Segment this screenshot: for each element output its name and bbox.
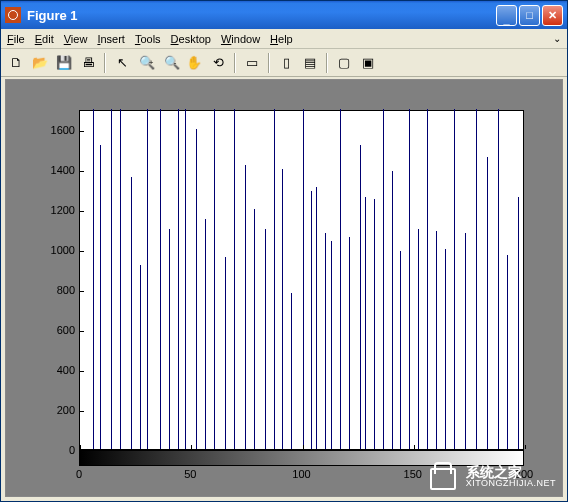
stem [234,109,235,449]
stem [111,109,112,449]
menu-overflow-icon[interactable]: ⌄ [553,33,561,44]
stem [325,233,326,449]
stem [214,109,215,449]
zoom-in-button[interactable]: 🔍+ [135,52,157,74]
lock-icon [426,462,460,490]
y-tick-label: 600 [45,324,75,336]
figure-window: Figure 1 _ □ ✕ File Edit View Insert Too… [0,0,568,502]
y-tick-label: 1000 [45,244,75,256]
insert-colorbar-button[interactable]: ▯ [275,52,297,74]
stem [498,109,499,449]
toolbar-separator [268,53,270,73]
stem [169,229,170,449]
data-cursor-button[interactable]: ▭ [241,52,263,74]
matlab-figure-icon [5,7,21,23]
stem [360,145,361,449]
stem [392,171,393,449]
stem [140,265,141,449]
menu-file[interactable]: File [7,33,25,45]
y-tick-label: 1400 [45,164,75,176]
y-tick-label: 800 [45,284,75,296]
x-tick-label: 0 [76,468,82,480]
rotate-3d-button[interactable]: ⟲ [207,52,229,74]
y-tick-label: 1200 [45,204,75,216]
toolbar: 🗋 📂 💾 🖶 ↖ 🔍+ 🔍- ✋ ⟲ ▭ ▯ ▤ ▢ ▣ [1,49,567,77]
watermark-text-cn: 系统之家 [466,465,556,479]
stem [465,233,466,449]
stem [331,241,332,449]
watermark-text-en: XITONGZHIJIA.NET [466,479,556,488]
stem [147,109,148,449]
stem [131,177,132,449]
x-tick-label: 150 [404,468,422,480]
stem [383,109,384,449]
stem [311,191,312,449]
menu-bar: File Edit View Insert Tools Desktop Wind… [1,29,567,49]
stem [365,197,366,449]
stem [487,157,488,449]
stem [185,109,186,449]
show-plot-tools-button[interactable]: ▣ [357,52,379,74]
stem [225,257,226,449]
close-button[interactable]: ✕ [542,5,563,26]
stem [340,109,341,449]
window-title: Figure 1 [27,8,496,23]
hide-plot-tools-button[interactable]: ▢ [333,52,355,74]
stem [436,231,437,449]
y-tick-label: 400 [45,364,75,376]
stem [400,251,401,449]
x-tick-label: 100 [292,468,310,480]
stem [93,109,94,449]
stem [291,293,292,449]
stem [303,109,304,449]
menu-help[interactable]: Help [270,33,293,45]
x-tick-label: 50 [184,468,196,480]
new-figure-button[interactable]: 🗋 [5,52,27,74]
window-buttons: _ □ ✕ [496,5,563,26]
stem [518,197,519,449]
menu-insert[interactable]: Insert [97,33,125,45]
stem [265,229,266,449]
menu-window[interactable]: Window [221,33,260,45]
stem [445,249,446,449]
insert-legend-button[interactable]: ▤ [299,52,321,74]
stem [205,219,206,449]
menu-desktop[interactable]: Desktop [171,33,211,45]
y-tick-label: 1600 [45,124,75,136]
pan-button[interactable]: ✋ [183,52,205,74]
zoom-out-button[interactable]: 🔍- [159,52,181,74]
stem [409,109,410,449]
stem [245,165,246,449]
stem [349,237,350,449]
stem [374,199,375,449]
menu-view[interactable]: View [64,33,88,45]
menu-tools[interactable]: Tools [135,33,161,45]
stem [427,109,428,449]
open-button[interactable]: 📂 [29,52,51,74]
save-button[interactable]: 💾 [53,52,75,74]
y-tick-label: 200 [45,404,75,416]
stem [476,109,477,449]
maximize-button[interactable]: □ [519,5,540,26]
stem [507,255,508,449]
print-button[interactable]: 🖶 [77,52,99,74]
stem [100,145,101,449]
toolbar-separator [234,53,236,73]
stem [274,109,275,449]
minimize-button[interactable]: _ [496,5,517,26]
stem [454,109,455,449]
toolbar-separator [104,53,106,73]
y-tick-label: 0 [45,444,75,456]
title-bar[interactable]: Figure 1 _ □ ✕ [1,1,567,29]
edit-plot-button[interactable]: ↖ [111,52,133,74]
axes[interactable] [79,110,524,450]
stem [178,109,179,449]
figure-canvas[interactable]: 系统之家 XITONGZHIJIA.NET 020040060080010001… [5,79,563,497]
watermark: 系统之家 XITONGZHIJIA.NET [426,462,556,490]
toolbar-separator [326,53,328,73]
stem [120,109,121,449]
stem [418,229,419,449]
stem [282,169,283,449]
menu-edit[interactable]: Edit [35,33,54,45]
stem [196,129,197,449]
